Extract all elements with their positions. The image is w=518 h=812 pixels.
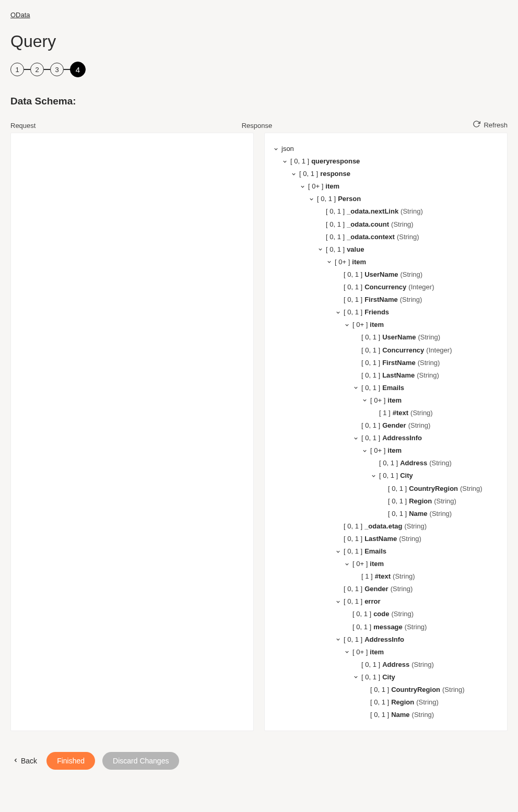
chevron-down-icon[interactable] — [343, 560, 350, 568]
step-3[interactable]: 3 — [50, 63, 64, 76]
node-type: (String) — [460, 483, 482, 495]
tree-node[interactable]: [ 0, 1 ] Emails — [334, 545, 500, 558]
tree-node[interactable]: [ 0+ ] item — [343, 646, 500, 658]
node-name: Emails — [382, 382, 404, 394]
node-name: City — [382, 672, 395, 683]
tree-node[interactable]: [ 0, 1 ] LastName (String) — [352, 369, 500, 382]
chevron-left-icon — [13, 757, 19, 765]
tree-node[interactable]: [ 1 ] #text (String) — [352, 570, 500, 583]
chevron-down-icon[interactable] — [361, 447, 368, 454]
tree-node[interactable]: [ 0, 1 ] _odata.nextLink (String) — [316, 205, 500, 218]
node-type: (String) — [434, 496, 456, 507]
node-name: Friends — [364, 307, 389, 318]
tree-node[interactable]: [ 0, 1 ] City — [352, 671, 500, 684]
cardinality-label: [ 0+ ] — [370, 395, 385, 406]
cardinality-label: [ 0, 1 ] — [388, 508, 407, 520]
chevron-down-icon[interactable] — [361, 397, 368, 404]
cardinality-label: [ 0, 1 ] — [344, 596, 362, 607]
tree-node[interactable]: [ 0, 1 ] _odata.context (String) — [316, 231, 500, 243]
tree-node[interactable]: [ 0, 1 ] UserName (String) — [334, 268, 500, 281]
tree-node[interactable]: [ 0, 1 ] _odata.etag (String) — [334, 520, 500, 533]
tree-node[interactable]: [ 0, 1 ] AddressInfo — [352, 432, 500, 444]
node-name: Name — [409, 508, 427, 520]
chevron-down-icon[interactable] — [325, 258, 333, 266]
chevron-down-icon[interactable] — [343, 321, 350, 328]
cardinality-label: [ 0, 1 ] — [344, 634, 362, 645]
discard-button[interactable]: Discard Changes — [102, 752, 179, 770]
chevron-down-icon[interactable] — [352, 434, 359, 442]
tree-node[interactable]: [ 0, 1 ] Region (String) — [379, 495, 500, 508]
cardinality-label: [ 0, 1 ] — [361, 432, 380, 444]
tree-node[interactable]: [ 0, 1 ] Concurrency (Integer) — [352, 344, 500, 357]
step-4[interactable]: 4 — [70, 62, 86, 77]
tree-node[interactable]: [ 0, 1 ] code (String) — [343, 608, 500, 620]
tree-node[interactable]: [ 0, 1 ] Emails — [352, 382, 500, 394]
node-name: AddressInfo — [364, 634, 404, 645]
tree-node[interactable]: [ 0, 1 ] Friends — [334, 306, 500, 319]
tree-node[interactable]: [ 0, 1 ] Region (String) — [361, 696, 500, 709]
tree-node[interactable]: [ 0, 1 ] Person — [308, 193, 500, 205]
tree-node[interactable]: [ 0, 1 ] FirstName (String) — [352, 357, 500, 369]
tree-node[interactable]: [ 0, 1 ] value — [316, 243, 500, 256]
cardinality-label: [ 0, 1 ] — [379, 470, 398, 481]
tree-node[interactable]: [ 0+ ] item — [299, 180, 500, 193]
node-name: LastName — [364, 533, 397, 545]
refresh-button[interactable]: Refresh — [473, 120, 508, 130]
chevron-down-icon[interactable] — [334, 309, 342, 316]
node-type: (String) — [399, 533, 421, 545]
tree-node[interactable]: [ 0, 1 ] Gender (String) — [334, 583, 500, 595]
chevron-down-icon[interactable] — [334, 598, 342, 605]
node-type: (String) — [412, 709, 434, 721]
chevron-down-icon[interactable] — [343, 649, 350, 656]
chevron-down-icon[interactable] — [352, 384, 359, 392]
back-button[interactable]: Back — [10, 754, 39, 768]
cardinality-label: [ 0, 1 ] — [352, 608, 371, 620]
tree-node[interactable]: [ 0, 1 ] UserName (String) — [352, 331, 500, 344]
tree-node[interactable]: [ 0, 1 ] Gender (String) — [352, 419, 500, 432]
tree-node[interactable]: [ 0, 1 ] FirstName (String) — [334, 293, 500, 306]
chevron-down-icon[interactable] — [281, 158, 288, 165]
tree-node[interactable]: [ 0, 1 ] CountryRegion (String) — [379, 483, 500, 495]
tree-node[interactable]: [ 0, 1 ] error — [334, 595, 500, 608]
tree-node[interactable]: [ 1 ] #text (String) — [370, 407, 500, 419]
tree-node[interactable]: [ 0, 1 ] message (String) — [343, 621, 500, 633]
cardinality-label: [ 0, 1 ] — [379, 457, 398, 469]
chevron-down-icon[interactable] — [352, 674, 359, 681]
tree-node[interactable]: [ 0, 1 ] LastName (String) — [334, 533, 500, 545]
tree-node[interactable]: [ 0+ ] item — [361, 394, 500, 407]
tree-node[interactable]: [ 0, 1 ] Address (String) — [370, 457, 500, 469]
tree-node[interactable]: [ 0+ ] item — [325, 256, 500, 268]
tree-node[interactable]: [ 0, 1 ] response — [290, 168, 500, 180]
cardinality-label: [ 0, 1 ] — [317, 193, 336, 205]
chevron-down-icon[interactable] — [316, 246, 324, 253]
tree-node[interactable]: [ 0+ ] item — [343, 558, 500, 570]
chevron-down-icon[interactable] — [308, 195, 315, 203]
step-2[interactable]: 2 — [30, 63, 44, 76]
breadcrumb[interactable]: OData — [10, 11, 30, 19]
tree-node[interactable]: [ 0+ ] item — [343, 319, 500, 331]
chevron-down-icon[interactable] — [334, 548, 342, 555]
node-name: item — [370, 646, 384, 658]
tree-node[interactable]: [ 0, 1 ] AddressInfo — [334, 633, 500, 646]
chevron-down-icon[interactable] — [299, 183, 306, 190]
chevron-down-icon[interactable] — [334, 636, 342, 643]
cardinality-label: [ 0, 1 ] — [326, 244, 345, 255]
tree-node[interactable]: json — [272, 143, 500, 155]
chevron-down-icon[interactable] — [290, 170, 297, 178]
finished-button[interactable]: Finished — [46, 752, 95, 770]
step-1[interactable]: 1 — [10, 63, 24, 76]
chevron-down-icon[interactable] — [272, 145, 279, 152]
tree-node[interactable]: [ 0, 1 ] Name (String) — [379, 508, 500, 520]
node-name: item — [370, 558, 384, 570]
node-name: code — [373, 608, 389, 620]
tree-node[interactable]: [ 0, 1 ] queryresponse — [281, 155, 500, 168]
chevron-down-icon[interactable] — [370, 472, 377, 479]
tree-node[interactable]: [ 0, 1 ] Name (String) — [361, 709, 500, 721]
tree-node[interactable]: [ 0, 1 ] City — [370, 469, 500, 482]
tree-node[interactable]: [ 0, 1 ] Address (String) — [352, 658, 500, 671]
tree-node[interactable]: [ 0, 1 ] _odata.count (String) — [316, 218, 500, 231]
tree-node[interactable]: [ 0, 1 ] CountryRegion (String) — [361, 684, 500, 696]
node-type: (String) — [391, 219, 414, 230]
tree-node[interactable]: [ 0+ ] item — [361, 444, 500, 457]
tree-node[interactable]: [ 0, 1 ] Concurrency (Integer) — [334, 281, 500, 293]
